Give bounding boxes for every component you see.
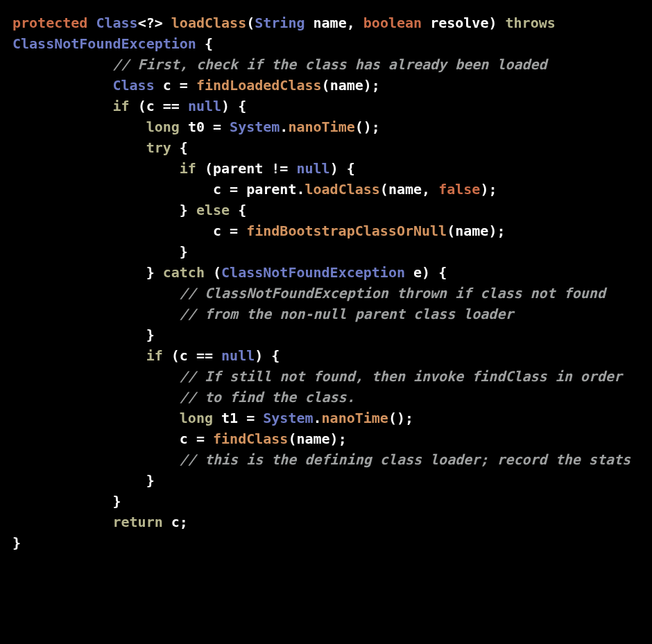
- arg-name: name: [330, 77, 363, 94]
- lbrace: {: [238, 202, 246, 218]
- rparen: ): [363, 77, 372, 94]
- rparen: ): [488, 15, 497, 31]
- rparen: ): [422, 264, 430, 281]
- semi: ;: [372, 77, 380, 94]
- rparen: ): [488, 223, 497, 239]
- rbrace: }: [113, 493, 121, 510]
- semi: ;: [372, 119, 380, 135]
- fn-findLoadedClass: findLoadedClass: [196, 77, 322, 94]
- arg-name: name: [388, 181, 422, 198]
- lbrace: {: [180, 139, 188, 156]
- op-eqeq: ==: [196, 347, 213, 364]
- comment-line: // ClassNotFoundException thrown if clas…: [180, 285, 606, 302]
- kw-null: null: [188, 98, 221, 114]
- var-c: c: [180, 347, 188, 364]
- rparen: ): [480, 181, 488, 198]
- dot: .: [314, 410, 322, 426]
- fn-nanoTime: nanoTime: [288, 119, 354, 135]
- var-t1: t1: [221, 410, 238, 426]
- generic-brackets: <?>: [138, 15, 163, 31]
- code-block: protected Class<?> loadClass(String name…: [12, 12, 640, 553]
- param-resolve: resolve: [430, 15, 488, 31]
- kw-catch: catch: [163, 264, 205, 281]
- semi: ;: [180, 514, 188, 530]
- kw-else: else: [196, 202, 230, 218]
- type-CNFE: ClassNotFoundException: [221, 264, 405, 281]
- op-eq: =: [196, 430, 205, 447]
- lparen: (: [138, 98, 146, 114]
- rparen: ): [397, 410, 405, 426]
- lparen: (: [388, 410, 397, 426]
- kw-boolean: boolean: [363, 15, 422, 31]
- var-t0: t0: [188, 119, 205, 135]
- rparen: ): [255, 347, 263, 364]
- op-eq: =: [230, 223, 238, 239]
- comma: ,: [347, 15, 355, 31]
- rbrace: }: [12, 534, 21, 551]
- lbrace: {: [347, 160, 355, 177]
- lbrace: {: [438, 264, 447, 281]
- fn-findClass: findClass: [213, 430, 288, 447]
- op-eq: =: [213, 119, 221, 135]
- op-eq: =: [230, 181, 238, 198]
- lbrace: {: [205, 35, 213, 52]
- lbrace: {: [238, 98, 246, 114]
- type-System: System: [263, 410, 313, 426]
- var-parent: parent: [246, 181, 296, 198]
- type-System: System: [230, 119, 280, 135]
- var-c: c: [163, 77, 171, 94]
- kw-try: try: [146, 139, 171, 156]
- kw-null: null: [296, 160, 329, 177]
- semi: ;: [497, 223, 505, 239]
- rparen: ): [363, 119, 372, 135]
- rbrace: }: [180, 243, 188, 260]
- rparen: ): [330, 430, 338, 447]
- var-c: c: [146, 98, 155, 114]
- lparen: (: [171, 347, 180, 364]
- dot: .: [296, 181, 304, 198]
- op-eq: =: [246, 410, 255, 426]
- fn-loadClass: loadClass: [304, 181, 379, 198]
- rbrace: }: [146, 264, 155, 281]
- kw-throws: throws: [506, 15, 556, 31]
- kw-if: if: [146, 347, 163, 364]
- comma: ,: [422, 181, 430, 198]
- var-e: e: [413, 264, 422, 281]
- kw-class: Class: [96, 15, 137, 31]
- semi: ;: [488, 181, 497, 198]
- arg-name: name: [296, 430, 329, 447]
- kw-return: return: [113, 514, 163, 530]
- op-neq: !=: [271, 160, 288, 177]
- param-name: name: [314, 15, 347, 31]
- arg-name: name: [455, 223, 488, 239]
- lparen: (: [322, 77, 330, 94]
- op-eq: =: [180, 77, 188, 94]
- kw-if: if: [180, 160, 196, 177]
- kw-false: false: [438, 181, 480, 198]
- lparen: (: [246, 15, 255, 31]
- lparen: (: [355, 119, 363, 135]
- lparen: (: [288, 430, 296, 447]
- lparen: (: [447, 223, 455, 239]
- fn-findBootstrapClassOrNull: findBootstrapClassOrNull: [246, 223, 447, 239]
- var-c: c: [171, 514, 180, 530]
- comment-line: // to find the class.: [180, 389, 355, 406]
- lbrace: {: [271, 347, 280, 364]
- type-CNFE: ClassNotFoundException: [12, 35, 196, 52]
- var-c: c: [213, 223, 221, 239]
- rparen: ): [221, 98, 230, 114]
- type-String: String: [255, 15, 304, 31]
- semi: ;: [405, 410, 413, 426]
- dot: .: [280, 119, 288, 135]
- kw-long: long: [180, 410, 213, 426]
- var-parent: parent: [213, 160, 263, 177]
- lparen: (: [380, 181, 388, 198]
- op-eqeq: ==: [163, 98, 180, 114]
- method-loadClass: loadClass: [171, 15, 246, 31]
- kw-null: null: [221, 347, 255, 364]
- comment-line: // this is the defining class loader; re…: [180, 451, 630, 468]
- lparen: (: [213, 264, 221, 281]
- comment-line: // First, check if the class has already…: [113, 56, 547, 73]
- rbrace: }: [146, 327, 155, 343]
- comment-line: // from the non-null parent class loader: [180, 306, 514, 322]
